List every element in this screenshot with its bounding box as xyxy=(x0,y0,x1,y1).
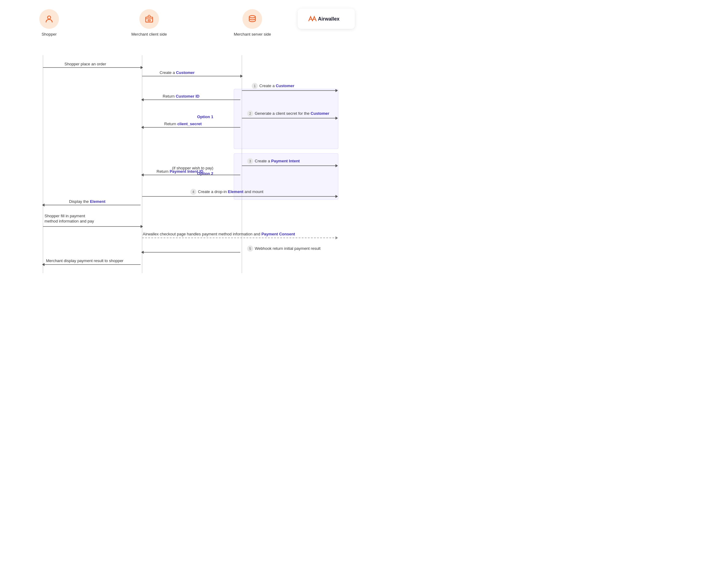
svg-text:Display the Element: Display the Element xyxy=(69,199,106,204)
svg-marker-31 xyxy=(141,126,144,129)
actor-icon-merchant-server xyxy=(242,9,262,29)
svg-marker-65 xyxy=(42,263,45,266)
svg-text:5: 5 xyxy=(249,247,251,250)
svg-rect-3 xyxy=(148,20,150,21)
svg-text:Shopper fill in payment: Shopper fill in payment xyxy=(45,214,85,218)
svg-marker-62 xyxy=(141,251,144,254)
svg-marker-14 xyxy=(240,75,243,78)
svg-text:Return Payment Intent ID: Return Payment Intent ID xyxy=(157,169,203,174)
svg-marker-41 xyxy=(141,173,144,176)
svg-text:Return Customer ID: Return Customer ID xyxy=(163,94,199,99)
svg-text:2: 2 xyxy=(249,112,251,115)
svg-text:Merchant display payment resul: Merchant display payment result to shopp… xyxy=(46,258,124,263)
page-container: Airwallex Shopper xyxy=(0,0,364,285)
svg-text:Create a Customer: Create a Customer xyxy=(160,70,195,75)
svg-text:Webhook return initial payment: Webhook return initial payment result xyxy=(255,246,321,251)
svg-text:Airwallex checkout page handle: Airwallex checkout page handles payment … xyxy=(143,232,295,236)
svg-marker-11 xyxy=(141,66,143,69)
svg-text:1: 1 xyxy=(254,84,256,88)
svg-text:Create a Payment Intent: Create a Payment Intent xyxy=(255,159,300,163)
svg-marker-49 xyxy=(42,203,45,207)
airwallex-logo: Airwallex xyxy=(298,9,355,29)
svg-marker-54 xyxy=(141,225,143,228)
svg-marker-57 xyxy=(335,236,338,239)
sequence-diagram: Shopper place an order Create a Customer… xyxy=(0,31,364,282)
svg-text:Create a Customer: Create a Customer xyxy=(259,83,294,88)
svg-point-4 xyxy=(249,16,255,18)
svg-text:Create a drop-in Element and m: Create a drop-in Element and mount xyxy=(198,189,264,194)
svg-text:4: 4 xyxy=(192,190,194,194)
actor-icon-merchant-client xyxy=(139,9,159,29)
svg-text:Shopper place an order: Shopper place an order xyxy=(64,62,106,66)
svg-rect-8 xyxy=(234,89,338,149)
svg-text:Return client_secret: Return client_secret xyxy=(164,122,202,126)
svg-marker-22 xyxy=(141,98,144,101)
svg-point-1 xyxy=(48,16,51,19)
svg-text:Generate a client secret for t: Generate a client secret for the Custome… xyxy=(255,111,329,116)
svg-text:3: 3 xyxy=(249,160,251,163)
svg-text:Option 1: Option 1 xyxy=(197,114,213,119)
svg-text:Airwallex: Airwallex xyxy=(318,16,339,21)
actor-icon-shopper xyxy=(39,9,59,29)
svg-text:method information and pay: method information and pay xyxy=(45,219,94,223)
